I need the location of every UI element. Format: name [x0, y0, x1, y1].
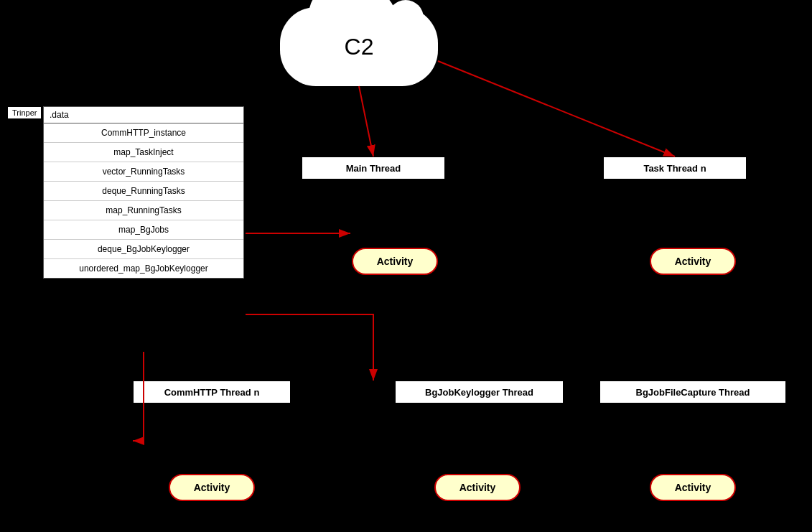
start-circle-task [684, 184, 701, 201]
cloud-label: C2 [345, 34, 374, 60]
activity-commhttp: Activity [169, 474, 255, 501]
data-row-3: deque_RunningTasks [44, 182, 243, 201]
cloud-bump-1 [388, 0, 424, 36]
cloud-shape: C2 [280, 7, 438, 86]
data-store-header: .data [44, 107, 243, 123]
task-thread-label: Task Thread n [643, 163, 706, 174]
data-row-4: map_RunningTasks [44, 201, 243, 220]
bgkeylogger-thread-label: BgJobKeylogger Thread [425, 387, 533, 398]
svg-line-2 [359, 86, 373, 157]
activity-bgfilecapture: Activity [650, 474, 736, 501]
start-circle-main [386, 184, 403, 201]
bgfilecapture-thread-label: BgJobFileCapture Thread [636, 387, 750, 398]
start-circle-bgkeylogger [469, 411, 486, 428]
trinper-label: Trinper [7, 106, 42, 119]
data-row-1: map_TaskInject [44, 143, 243, 162]
commhttp-thread-label: CommHTTP Thread n [164, 387, 260, 398]
activity-main: Activity [352, 248, 438, 275]
cloud-bump-2 [334, 0, 381, 36]
data-store-box: .data CommHTTP_instance map_TaskInject v… [43, 106, 244, 279]
main-thread-box: Main Thread [302, 157, 445, 179]
diagram-container: C2 Trinper .data CommHTTP_instance map_T… [0, 0, 812, 532]
data-row-5: map_BgJobs [44, 220, 243, 240]
activity-task: Activity [650, 248, 736, 275]
main-thread-label: Main Thread [346, 163, 401, 174]
data-row-0: CommHTTP_instance [44, 123, 243, 143]
start-circle-commhttp [203, 411, 220, 428]
data-row-7: unordered_map_BgJobKeylogger [44, 259, 243, 278]
bgkeylogger-thread-box: BgJobKeylogger Thread [395, 381, 564, 403]
task-thread-box: Task Thread n [603, 157, 747, 179]
activity-bgkeylogger: Activity [434, 474, 521, 501]
svg-line-3 [438, 61, 675, 157]
commhttp-thread-box: CommHTTP Thread n [133, 381, 291, 403]
start-circle-bgfilecapture [684, 411, 701, 428]
bgfilecapture-thread-box: BgJobFileCapture Thread [599, 381, 786, 403]
data-row-2: vector_RunningTasks [44, 162, 243, 182]
data-row-6: deque_BgJobKeylogger [44, 240, 243, 259]
